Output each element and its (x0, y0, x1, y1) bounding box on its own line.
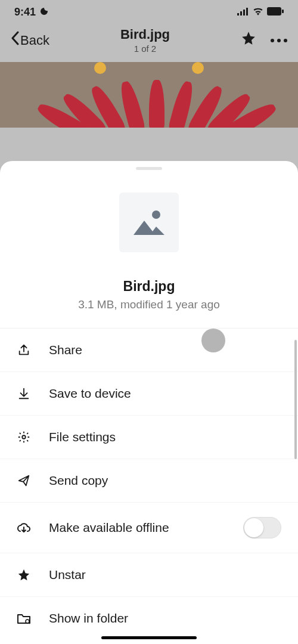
back-button[interactable]: Back (11, 31, 49, 49)
status-time: 9:41 (14, 6, 36, 18)
file-thumbnail (119, 193, 179, 252)
toggle-knob (244, 518, 263, 537)
svg-point-6 (152, 210, 160, 219)
offline-label: Make available offline (49, 521, 225, 535)
svg-rect-3 (246, 8, 248, 16)
star-icon (17, 568, 31, 582)
file-settings-item[interactable]: File settings (0, 416, 298, 459)
cloud-download-icon (17, 521, 31, 535)
svg-rect-4 (267, 7, 281, 16)
cellular-signal-icon (237, 6, 249, 18)
folder-search-icon (17, 611, 31, 626)
status-bar: 9:41 (0, 0, 298, 22)
show-label: Show in folder (49, 611, 281, 626)
chevron-left-icon (11, 31, 19, 49)
sheet-file-meta: 3.1 MB, modified 1 year ago (0, 298, 298, 311)
dot-icon (271, 39, 274, 42)
send-label: Send copy (49, 473, 281, 488)
action-sheet: Bird.jpg 3.1 MB, modified 1 year ago Sha… (0, 161, 298, 644)
make-available-offline-item[interactable]: Make available offline (0, 503, 298, 553)
top-navigation: Back Bird.jpg 1 of 2 (0, 22, 298, 62)
page-subtitle: 1 of 2 (49, 44, 241, 54)
svg-point-7 (22, 435, 26, 439)
dot-icon (277, 39, 281, 42)
bird-image-content (77, 62, 221, 128)
share-item[interactable]: Share (0, 329, 298, 372)
share-label: Share (49, 343, 281, 357)
image-preview[interactable] (0, 62, 298, 128)
svg-rect-0 (237, 13, 239, 16)
send-copy-item[interactable]: Send copy (0, 459, 298, 503)
save-label: Save to device (49, 386, 281, 401)
battery-icon (267, 6, 284, 18)
back-label: Back (20, 33, 49, 48)
dot-icon (284, 39, 287, 42)
svg-rect-1 (240, 11, 242, 16)
image-placeholder-icon (132, 209, 166, 236)
show-in-folder-item[interactable]: Show in folder (0, 597, 298, 640)
gear-icon (17, 430, 31, 444)
offline-toggle[interactable] (243, 517, 281, 538)
save-to-device-item[interactable]: Save to device (0, 372, 298, 416)
svg-rect-2 (243, 10, 245, 16)
more-button[interactable] (271, 39, 287, 42)
download-icon (17, 386, 31, 401)
touch-indicator (201, 329, 225, 352)
wifi-icon (253, 6, 263, 18)
share-icon (17, 343, 31, 357)
unstar-label: Unstar (49, 568, 281, 582)
action-menu: Share Save to device File settings Send … (0, 328, 298, 640)
settings-label: File settings (49, 430, 281, 444)
home-indicator[interactable] (101, 636, 197, 639)
unstar-item[interactable]: Unstar (0, 553, 298, 597)
svg-rect-5 (282, 10, 284, 13)
page-title: Bird.jpg (49, 27, 241, 42)
star-button[interactable] (241, 30, 256, 50)
sheet-grabber[interactable] (136, 167, 162, 170)
send-icon (17, 473, 31, 488)
do-not-disturb-icon (39, 7, 49, 18)
sheet-filename: Bird.jpg (0, 278, 298, 295)
scroll-indicator (294, 340, 297, 459)
